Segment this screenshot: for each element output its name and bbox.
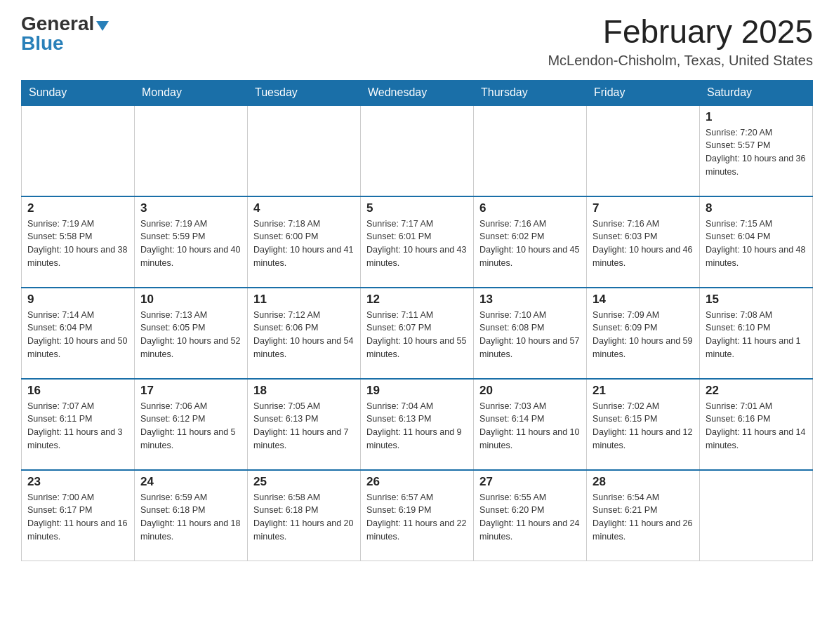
day-number: 14	[593, 293, 694, 307]
week-row-5: 23Sunrise: 7:00 AMSunset: 6:17 PMDayligh…	[22, 470, 813, 561]
day-cell: 17Sunrise: 7:06 AMSunset: 6:12 PMDayligh…	[135, 379, 248, 470]
day-number: 27	[479, 475, 581, 489]
day-number: 19	[366, 384, 468, 398]
day-info: Sunrise: 7:10 AMSunset: 6:08 PMDaylight:…	[479, 309, 581, 361]
logo-text: General	[21, 14, 109, 34]
day-info: Sunrise: 6:57 AMSunset: 6:19 PMDaylight:…	[366, 491, 468, 544]
day-number: 26	[366, 475, 468, 489]
logo-general-text: General	[21, 13, 94, 34]
logo-arrow-icon	[96, 21, 109, 31]
page-header: General Blue February 2025 McLendon-Chis…	[21, 14, 813, 69]
day-cell: 6Sunrise: 7:16 AMSunset: 6:02 PMDaylight…	[474, 196, 587, 288]
day-number: 15	[706, 293, 807, 307]
day-info: Sunrise: 7:03 AMSunset: 6:14 PMDaylight:…	[479, 400, 581, 452]
weekday-header-friday: Friday	[587, 80, 700, 105]
day-info: Sunrise: 7:07 AMSunset: 6:11 PMDaylight:…	[27, 400, 128, 452]
day-cell: 22Sunrise: 7:01 AMSunset: 6:16 PMDayligh…	[700, 379, 813, 470]
day-cell: 4Sunrise: 7:18 AMSunset: 6:00 PMDaylight…	[248, 196, 361, 288]
day-number: 13	[479, 293, 581, 307]
day-info: Sunrise: 7:16 AMSunset: 6:02 PMDaylight:…	[479, 217, 581, 270]
day-number: 16	[27, 384, 128, 398]
day-cell: 3Sunrise: 7:19 AMSunset: 5:59 PMDaylight…	[135, 196, 248, 288]
day-cell: 13Sunrise: 7:10 AMSunset: 6:08 PMDayligh…	[474, 288, 587, 379]
title-area: February 2025 McLendon-Chisholm, Texas, …	[548, 14, 813, 69]
day-cell: 16Sunrise: 7:07 AMSunset: 6:11 PMDayligh…	[22, 379, 135, 470]
day-info: Sunrise: 7:09 AMSunset: 6:09 PMDaylight:…	[593, 309, 694, 361]
day-number: 3	[140, 201, 241, 215]
day-cell: 18Sunrise: 7:05 AMSunset: 6:13 PMDayligh…	[248, 379, 361, 470]
logo: General Blue	[21, 14, 109, 53]
day-info: Sunrise: 7:16 AMSunset: 6:03 PMDaylight:…	[593, 217, 694, 270]
day-info: Sunrise: 7:05 AMSunset: 6:13 PMDaylight:…	[253, 400, 355, 452]
day-cell	[700, 470, 813, 561]
day-cell	[135, 105, 248, 196]
day-number: 11	[253, 293, 355, 307]
day-cell: 24Sunrise: 6:59 AMSunset: 6:18 PMDayligh…	[135, 470, 248, 561]
day-info: Sunrise: 7:18 AMSunset: 6:00 PMDaylight:…	[253, 217, 355, 270]
day-cell: 10Sunrise: 7:13 AMSunset: 6:05 PMDayligh…	[135, 288, 248, 379]
logo-blue-text: Blue	[21, 34, 64, 53]
day-info: Sunrise: 7:19 AMSunset: 5:59 PMDaylight:…	[140, 217, 241, 270]
day-number: 23	[27, 475, 128, 489]
day-cell: 28Sunrise: 6:54 AMSunset: 6:21 PMDayligh…	[587, 470, 700, 561]
day-cell: 20Sunrise: 7:03 AMSunset: 6:14 PMDayligh…	[474, 379, 587, 470]
day-info: Sunrise: 7:15 AMSunset: 6:04 PMDaylight:…	[706, 217, 807, 270]
weekday-header-tuesday: Tuesday	[248, 80, 361, 105]
day-cell: 11Sunrise: 7:12 AMSunset: 6:06 PMDayligh…	[248, 288, 361, 379]
day-info: Sunrise: 7:01 AMSunset: 6:16 PMDaylight:…	[706, 400, 807, 452]
day-cell: 7Sunrise: 7:16 AMSunset: 6:03 PMDaylight…	[587, 196, 700, 288]
week-row-3: 9Sunrise: 7:14 AMSunset: 6:04 PMDaylight…	[22, 288, 813, 379]
day-info: Sunrise: 7:13 AMSunset: 6:05 PMDaylight:…	[140, 309, 241, 361]
weekday-header-monday: Monday	[135, 80, 248, 105]
day-cell: 12Sunrise: 7:11 AMSunset: 6:07 PMDayligh…	[361, 288, 474, 379]
weekday-header-row: SundayMondayTuesdayWednesdayThursdayFrid…	[22, 80, 813, 105]
day-number: 28	[593, 475, 694, 489]
day-info: Sunrise: 6:59 AMSunset: 6:18 PMDaylight:…	[140, 491, 241, 544]
day-number: 10	[140, 293, 241, 307]
day-cell: 23Sunrise: 7:00 AMSunset: 6:17 PMDayligh…	[22, 470, 135, 561]
day-cell: 9Sunrise: 7:14 AMSunset: 6:04 PMDaylight…	[22, 288, 135, 379]
day-info: Sunrise: 7:04 AMSunset: 6:13 PMDaylight:…	[366, 400, 468, 452]
day-cell	[361, 105, 474, 196]
weekday-header-saturday: Saturday	[700, 80, 813, 105]
day-number: 6	[479, 201, 581, 215]
day-number: 22	[706, 384, 807, 398]
day-info: Sunrise: 6:55 AMSunset: 6:20 PMDaylight:…	[479, 491, 581, 544]
day-info: Sunrise: 7:14 AMSunset: 6:04 PMDaylight:…	[27, 309, 128, 361]
day-info: Sunrise: 7:11 AMSunset: 6:07 PMDaylight:…	[366, 309, 468, 361]
day-cell: 26Sunrise: 6:57 AMSunset: 6:19 PMDayligh…	[361, 470, 474, 561]
day-cell	[248, 105, 361, 196]
day-info: Sunrise: 7:20 AMSunset: 5:57 PMDaylight:…	[706, 126, 807, 179]
day-cell: 5Sunrise: 7:17 AMSunset: 6:01 PMDaylight…	[361, 196, 474, 288]
weekday-header-wednesday: Wednesday	[361, 80, 474, 105]
location-title: McLendon-Chisholm, Texas, United States	[548, 53, 813, 69]
day-cell: 8Sunrise: 7:15 AMSunset: 6:04 PMDaylight…	[700, 196, 813, 288]
day-cell: 19Sunrise: 7:04 AMSunset: 6:13 PMDayligh…	[361, 379, 474, 470]
day-cell	[587, 105, 700, 196]
day-cell: 25Sunrise: 6:58 AMSunset: 6:18 PMDayligh…	[248, 470, 361, 561]
day-number: 18	[253, 384, 355, 398]
day-number: 1	[706, 110, 807, 124]
day-cell	[22, 105, 135, 196]
day-info: Sunrise: 6:54 AMSunset: 6:21 PMDaylight:…	[593, 491, 694, 544]
calendar-table: SundayMondayTuesdayWednesdayThursdayFrid…	[21, 80, 813, 562]
month-title: February 2025	[548, 14, 813, 50]
day-cell: 21Sunrise: 7:02 AMSunset: 6:15 PMDayligh…	[587, 379, 700, 470]
weekday-header-sunday: Sunday	[22, 80, 135, 105]
day-number: 7	[593, 201, 694, 215]
weekday-header-thursday: Thursday	[474, 80, 587, 105]
day-cell: 2Sunrise: 7:19 AMSunset: 5:58 PMDaylight…	[22, 196, 135, 288]
day-number: 8	[706, 201, 807, 215]
day-cell: 27Sunrise: 6:55 AMSunset: 6:20 PMDayligh…	[474, 470, 587, 561]
day-number: 21	[593, 384, 694, 398]
day-info: Sunrise: 7:12 AMSunset: 6:06 PMDaylight:…	[253, 309, 355, 361]
day-cell: 15Sunrise: 7:08 AMSunset: 6:10 PMDayligh…	[700, 288, 813, 379]
week-row-4: 16Sunrise: 7:07 AMSunset: 6:11 PMDayligh…	[22, 379, 813, 470]
day-number: 12	[366, 293, 468, 307]
day-info: Sunrise: 7:02 AMSunset: 6:15 PMDaylight:…	[593, 400, 694, 452]
day-number: 4	[253, 201, 355, 215]
day-info: Sunrise: 7:00 AMSunset: 6:17 PMDaylight:…	[27, 491, 128, 544]
day-info: Sunrise: 6:58 AMSunset: 6:18 PMDaylight:…	[253, 491, 355, 544]
day-info: Sunrise: 7:06 AMSunset: 6:12 PMDaylight:…	[140, 400, 241, 452]
week-row-2: 2Sunrise: 7:19 AMSunset: 5:58 PMDaylight…	[22, 196, 813, 288]
